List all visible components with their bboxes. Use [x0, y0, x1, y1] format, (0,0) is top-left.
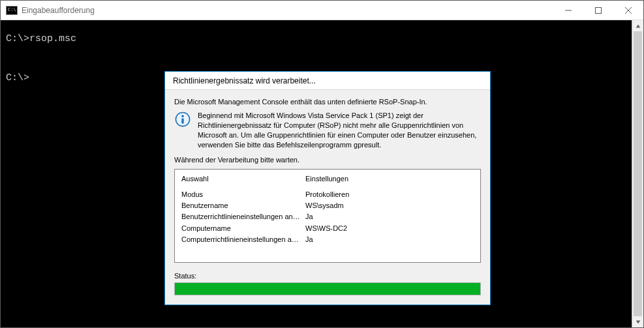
dialog-wait-text: Während der Verarbeitung bitte warten.: [174, 156, 481, 164]
progress-bar: [174, 282, 481, 295]
table-row: Benutzerrichtlinieneinstellungen anz...J…: [181, 211, 474, 222]
console-line-2-prompt: C:\>: [6, 72, 29, 83]
svg-point-7: [181, 115, 184, 117]
maximize-button[interactable]: [583, 1, 613, 20]
info-row: Beginnend mit Microsoft Windows Vista Se…: [174, 111, 481, 149]
table-cell-value: WS\sysadm: [305, 200, 474, 211]
table-row: BenutzernameWS\sysadm: [181, 200, 474, 211]
table-header-col2: Einstellungen: [305, 175, 474, 183]
console-line-1-cmd: rsop.msc: [29, 33, 76, 44]
progress-fill: [175, 283, 480, 295]
cmd-icon: C:\: [6, 6, 18, 15]
rsop-dialog: Richtlinienergebnissatz wird verarbeitet…: [164, 71, 491, 305]
settings-table: Auswahl Einstellungen ModusProtokolliere…: [174, 169, 481, 262]
scroll-down-arrow-icon[interactable]: [632, 316, 643, 327]
dialog-title: Richtlinienergebnissatz wird verarbeitet…: [165, 72, 490, 90]
dialog-intro-text: Die Microsoft Management Console enthält…: [174, 98, 481, 106]
table-row: Computerrichtlinieneinstellungen anz...J…: [181, 234, 474, 245]
svg-marker-5: [636, 320, 639, 323]
dialog-body: Die Microsoft Management Console enthält…: [165, 90, 490, 305]
table-header-col1: Auswahl: [181, 175, 305, 183]
table-cell-value: WS\WS-DC2: [305, 223, 474, 234]
table-row: ComputernameWS\WS-DC2: [181, 223, 474, 234]
scroll-up-arrow-icon[interactable]: [632, 20, 643, 31]
table-row: ModusProtokollieren: [181, 189, 474, 200]
svg-marker-4: [636, 24, 639, 27]
vertical-scrollbar[interactable]: [632, 20, 643, 327]
table-cell-label: Computerrichtlinieneinstellungen anz...: [181, 234, 305, 245]
table-cell-label: Computername: [181, 223, 305, 234]
dialog-info-text: Beginnend mit Microsoft Windows Vista Se…: [198, 111, 481, 149]
close-button[interactable]: [613, 1, 643, 20]
table-cell-value: Ja: [305, 211, 474, 222]
table-cell-label: Benutzername: [181, 200, 305, 211]
table-cell-value: Protokollieren: [305, 189, 474, 200]
svg-rect-8: [181, 118, 183, 123]
info-icon: [174, 111, 191, 128]
scroll-track[interactable]: [632, 31, 643, 316]
status-label: Status:: [174, 272, 481, 280]
svg-rect-1: [596, 7, 602, 13]
minimize-button[interactable]: [553, 1, 583, 20]
titlebar[interactable]: C:\ Eingabeaufforderung: [1, 1, 643, 20]
scroll-thumb[interactable]: [634, 31, 642, 316]
window-title: Eingabeaufforderung: [22, 6, 95, 15]
table-cell-label: Benutzerrichtlinieneinstellungen anz...: [181, 211, 305, 222]
table-cell-label: Modus: [181, 189, 305, 200]
table-header: Auswahl Einstellungen: [181, 175, 474, 183]
table-cell-value: Ja: [305, 234, 474, 245]
console-line-1-prompt: C:\>: [6, 33, 29, 44]
